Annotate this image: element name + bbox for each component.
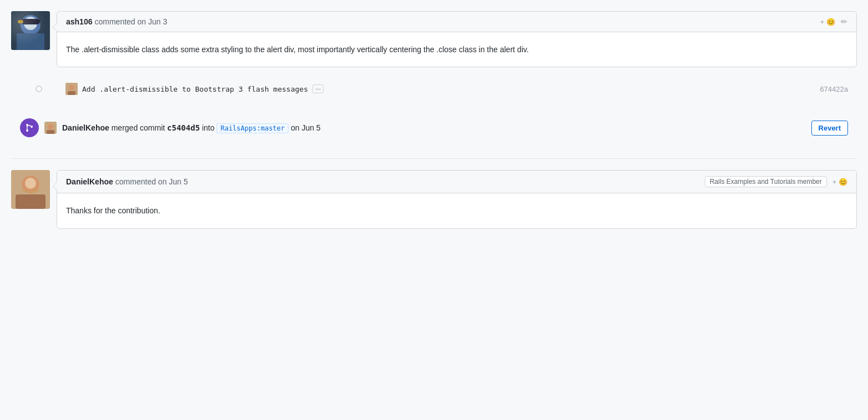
comment-author-1: ash106 [66,17,92,26]
svg-rect-8 [68,91,75,95]
comment-body-1: The .alert-dismissible class adds some e… [57,32,856,67]
svg-point-10 [26,129,28,132]
svg-rect-15 [47,130,54,134]
comment-header-left-2: DanielKehoe commented on Jun 5 [66,177,188,186]
merge-text: DanielKehoe merged commit c5404d5 into R… [62,123,806,132]
comment-text-2: Thanks for the contribution. [66,206,160,215]
comment-meta-2: commented on Jun 5 [115,177,188,186]
emoji-button-2[interactable]: + 😊 [832,178,847,186]
merge-row: DanielKehoe merged commit c5404d5 into R… [11,111,857,145]
emoji-button-1[interactable]: + 😊 [820,18,835,26]
commit-mini-avatar [65,83,78,95]
comment-header-right-2: Rails Examples and Tutorials member + 😊 [705,176,847,187]
comment-2: DanielKehoe commented on Jun 5 Rails Exa… [11,170,857,228]
section-divider [11,158,857,159]
merge-date: on Jun 5 [291,123,321,132]
comment-text-1: The .alert-dismissible class adds some e… [66,45,529,54]
commit-dot [36,86,42,92]
svg-rect-4 [21,19,40,24]
svg-point-1 [21,15,41,35]
comment-header-2: DanielKehoe commented on Jun 5 Rails Exa… [57,171,856,193]
comment-header-left-1: ash106 commented on Jun 3 [66,17,167,26]
avatar-ash106 [11,11,50,50]
commit-row: Add .alert-dismissible to Bootstrap 3 fl… [57,76,857,102]
avatar-danielkehoe [11,170,50,209]
commit-content: Add .alert-dismissible to Bootstrap 3 fl… [57,76,857,102]
commit-hash: 674422a [820,85,848,93]
git-merge-svg [24,123,34,133]
commit-ellipsis[interactable]: ··· [312,84,324,93]
commit-message: Add .alert-dismissible to Bootstrap 3 fl… [82,85,308,93]
comment-header-1: ash106 commented on Jun 3 + 😊 ✏ [57,12,856,32]
comment-body-2: Thanks for the contribution. [57,193,856,228]
comment-author-2: DanielKehoe [66,177,113,186]
svg-point-19 [25,178,36,189]
merge-icon [20,118,39,137]
svg-point-11 [31,126,33,128]
merge-action: merged commit [112,123,167,132]
svg-rect-5 [18,20,23,23]
comment-meta-1: commented on Jun 3 [94,17,167,26]
edit-button-1[interactable]: ✏ [841,17,847,26]
svg-point-3 [24,17,37,30]
merge-mini-avatar [44,122,57,134]
svg-rect-18 [16,194,46,209]
merge-into-text: into [202,123,216,132]
svg-rect-2 [17,33,44,50]
comment-header-right-1: + 😊 ✏ [820,17,847,26]
member-badge: Rails Examples and Tutorials member [705,176,827,187]
svg-point-14 [48,124,53,129]
merge-commit-hash: c5404d5 [167,123,200,132]
comment-container-1: ash106 commented on Jun 3 + 😊 ✏ The .ale… [57,11,857,67]
comment-1: ash106 commented on Jun 3 + 😊 ✏ The .ale… [11,11,857,67]
comment-container-2: DanielKehoe commented on Jun 5 Rails Exa… [57,170,857,228]
svg-point-7 [69,85,74,91]
merge-branch: RailsApps:master [216,123,289,133]
svg-rect-0 [11,11,50,50]
merge-author: DanielKehoe [62,123,109,132]
revert-button[interactable]: Revert [811,121,848,136]
